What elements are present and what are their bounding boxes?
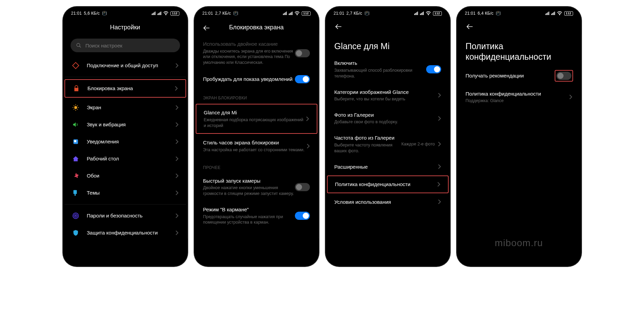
settings-item-notifications[interactable]: Уведомления <box>64 133 186 150</box>
status-speed: 5,6 КБ/с <box>84 11 100 16</box>
svg-rect-13 <box>74 140 76 142</box>
setting-gallery-frequency[interactable]: Частота фото из Галереи Выберите частоту… <box>327 130 449 158</box>
setting-gallery-photos[interactable]: Фото из Галереи Добавьте свои фото в под… <box>327 107 449 130</box>
wifi-icon <box>557 11 562 15</box>
phone-4: 21:01 6,4 КБ/с 📳 112 Политика конфиденци… <box>457 7 581 266</box>
setting-advanced[interactable]: Расширенные <box>327 159 449 175</box>
setting-pocket-mode[interactable]: Режим "В кармане" Предотвращать случайны… <box>196 201 317 230</box>
vibrate-icon: 📳 <box>233 11 238 16</box>
signal-icon <box>545 12 549 15</box>
phone-1: 21:01 5,6 КБ/с 📳 112 Настройки Поиск нас… <box>63 7 188 266</box>
setting-glance-mi[interactable]: Glance для Mi Ежедневная подборка потряс… <box>196 104 317 133</box>
setting-terms-of-use[interactable]: Условия использования <box>327 194 449 210</box>
signal-icon <box>283 12 287 15</box>
svg-point-18 <box>75 215 76 216</box>
svg-point-3 <box>74 106 77 109</box>
battery-icon: 112 <box>433 11 442 16</box>
svg-line-8 <box>77 105 78 106</box>
signal-icon <box>414 12 418 15</box>
chevron-right-icon <box>306 116 309 121</box>
speaker-icon <box>72 121 79 128</box>
signal-icon <box>158 12 161 15</box>
toggle-recommendations[interactable] <box>556 72 571 80</box>
back-button[interactable] <box>203 24 211 32</box>
settings-item-display[interactable]: Экран <box>64 99 186 116</box>
settings-item-home-screen[interactable]: Рабочий стол <box>64 150 186 167</box>
setting-wake-notifications[interactable]: Пробуждать для показа уведомлений <box>196 70 317 88</box>
phone-3: 21:01 2,7 КБ/с 📳 112 Glance для Mi Включ… <box>326 7 450 266</box>
status-bar: 21:01 5,6 КБ/с 📳 112 <box>64 8 186 18</box>
toggle-quick-camera[interactable] <box>295 183 310 191</box>
lock-icon <box>73 85 80 92</box>
setting-enable[interactable]: Включить Захватывающий способ разблокиро… <box>327 55 449 84</box>
svg-line-1 <box>79 46 81 47</box>
fingerprint-icon <box>72 212 79 220</box>
section-other: ПРОЧЕЕ <box>196 158 317 173</box>
sun-icon <box>72 104 79 111</box>
status-speed: 2,7 КБ/с <box>215 11 231 16</box>
battery-icon: 112 <box>302 11 311 16</box>
settings-list: Получать рекомендации Политика конфиденц… <box>458 66 580 265</box>
wifi-icon <box>163 11 168 15</box>
setting-quick-camera[interactable]: Быстрый запуск камеры Двойное нажатие кн… <box>196 173 317 201</box>
wifi-icon <box>426 11 431 15</box>
page-title: Glance для Mi <box>327 31 449 55</box>
svg-line-11 <box>77 109 78 110</box>
toggle-wake-notifications[interactable] <box>295 75 310 83</box>
chevron-right-icon <box>438 142 441 146</box>
svg-rect-15 <box>74 194 75 196</box>
settings-item-wallpaper[interactable]: Обои <box>64 167 186 184</box>
settings-item-lock-screen[interactable]: Блокировка экрана <box>65 80 185 97</box>
setting-privacy-policy[interactable]: Политика конфиденциальности <box>328 176 448 193</box>
chevron-right-icon <box>306 144 310 149</box>
setting-privacy-policy[interactable]: Политика конфиденциальности Поддержка: G… <box>458 86 580 109</box>
status-time: 21:01 <box>334 11 345 16</box>
page-title: Настройки <box>71 24 179 31</box>
toggle-pocket-mode[interactable] <box>295 212 310 220</box>
home-icon <box>72 155 79 162</box>
header: Настройки <box>64 18 186 36</box>
settings-item-themes[interactable]: Темы <box>64 184 186 201</box>
back-button[interactable] <box>334 23 343 31</box>
status-bar: 21:01 2,7 КБ/с 📳 112 <box>196 8 317 18</box>
chevron-right-icon <box>569 95 572 99</box>
setting-double-tap[interactable]: Использовать двойное касание Дважды косн… <box>196 36 317 70</box>
brush-icon <box>72 189 79 197</box>
svg-rect-14 <box>73 190 77 194</box>
chevron-right-icon <box>175 156 179 161</box>
battery-icon: 112 <box>170 11 179 16</box>
settings-item-privacy[interactable]: Защита конфиденциальности <box>64 224 186 241</box>
toggle-enable-glance[interactable] <box>426 65 441 73</box>
search-input[interactable]: Поиск настроек <box>71 39 180 52</box>
svg-point-17 <box>74 214 77 217</box>
signal-icon <box>420 12 424 15</box>
back-button[interactable] <box>466 23 474 31</box>
settings-list: Подключение и общий доступ Блокировка эк… <box>64 57 186 265</box>
chevron-right-icon <box>438 93 441 98</box>
status-speed: 6,4 КБ/с <box>478 11 494 16</box>
setting-clock-style[interactable]: Стиль часов экрана блокировки Эта настро… <box>196 135 317 157</box>
chevron-right-icon <box>437 182 440 187</box>
chevron-right-icon <box>175 190 179 195</box>
shield-icon <box>72 229 79 237</box>
search-icon <box>76 43 81 48</box>
toggle-double-tap[interactable] <box>295 49 310 57</box>
page-title: Политика конфиденциальности <box>458 31 580 66</box>
vibrate-icon: 📳 <box>496 11 501 16</box>
settings-item-connection-share[interactable]: Подключение и общий доступ <box>64 57 186 74</box>
svg-line-9 <box>74 109 74 110</box>
wifi-icon <box>295 11 300 15</box>
signal-icon <box>289 12 293 15</box>
flower-icon <box>72 172 79 180</box>
setting-receive-recommendations[interactable]: Получать рекомендации <box>458 66 580 86</box>
chevron-right-icon <box>175 86 178 91</box>
watermark: miboom.ru <box>458 238 580 249</box>
chevron-right-icon <box>175 173 179 178</box>
chevron-right-icon <box>175 230 179 235</box>
section-lock-screen: ЭКРАН БЛОКИРОВКИ <box>196 88 317 103</box>
signal-icon <box>551 12 555 15</box>
settings-item-sound[interactable]: Звук и вибрация <box>64 116 186 133</box>
battery-icon: 112 <box>564 11 573 16</box>
setting-categories[interactable]: Категории изображений Glance Выберите, ч… <box>327 84 449 107</box>
settings-item-passwords-security[interactable]: Пароли и безопасность <box>64 207 186 224</box>
